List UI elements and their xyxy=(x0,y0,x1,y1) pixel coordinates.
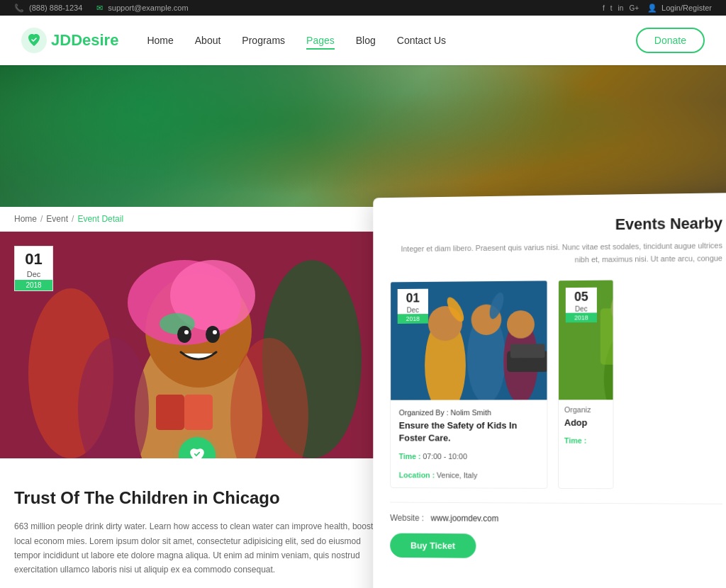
svg-point-23 xyxy=(507,310,535,339)
phone-info: 📞 (888) 888-1234 xyxy=(14,4,82,13)
event-card-2-organizer: Organiz xyxy=(564,405,608,414)
user-icon: 👤 xyxy=(647,4,657,12)
event-card-1-time: Time : 07:00 - 10:00 xyxy=(399,452,467,460)
email-info: ✉ support@example.com xyxy=(96,4,188,13)
website-value: www.joomdev.com xyxy=(431,513,499,523)
card1-day: 01 xyxy=(398,289,428,307)
date-month: Dec xyxy=(15,270,52,280)
breadcrumb: Home / Event / Event Detail xyxy=(0,207,393,232)
svg-point-9 xyxy=(177,326,191,343)
event-image: 01 Dec 2018 xyxy=(0,232,393,458)
card2-month: Dec xyxy=(566,305,597,313)
nav-about[interactable]: About xyxy=(195,35,221,46)
hero-image xyxy=(0,65,726,207)
event-title: Trust Of The Children in Chicago xyxy=(14,487,379,509)
svg-rect-16 xyxy=(184,395,213,430)
social-links: f t in G+ xyxy=(603,4,639,12)
donate-button[interactable]: Donate xyxy=(636,28,705,53)
event-card-2-name: Adop xyxy=(564,417,608,429)
buy-ticket-button[interactable]: Buy Ticket xyxy=(390,533,476,558)
event-card-2-meta: Time : xyxy=(564,436,608,445)
event-card-2: 05 Dec 2018 Organiz Adop Time : xyxy=(558,280,613,489)
event-description: 663 million people drink dirty water. Le… xyxy=(14,519,379,577)
event-card-1: 01 Dec 2018 Organized By : Nolim Smith E… xyxy=(390,281,547,489)
breadcrumb-sep2: / xyxy=(72,214,74,224)
left-panel: Home / Event / Event Detail xyxy=(0,207,393,588)
hero-overlay xyxy=(0,65,726,207)
event-image-background xyxy=(0,232,393,458)
event-info: Trust Of The Children in Chicago 663 mil… xyxy=(0,458,393,588)
event-card-1-name: Ensure the Safety of Kids In Foster Care… xyxy=(399,419,539,445)
svg-rect-30 xyxy=(601,308,613,365)
event-card-1-image: 01 Dec 2018 xyxy=(391,281,547,400)
svg-point-10 xyxy=(206,326,220,343)
breadcrumb-home[interactable]: Home xyxy=(14,214,37,224)
event-photo xyxy=(0,232,393,458)
instagram-icon[interactable]: in xyxy=(618,4,624,12)
svg-point-11 xyxy=(184,330,189,334)
nav-pages[interactable]: Pages xyxy=(306,35,335,46)
event-card-1-organizer: Organized By : Nolim Smith xyxy=(399,408,539,417)
svg-rect-15 xyxy=(156,395,184,430)
logo-text: JDDesire xyxy=(51,31,118,50)
login-label: Login/Register xyxy=(661,4,712,12)
breadcrumb-current: Event Detail xyxy=(77,214,123,224)
right-panel: Events Nearby Integer et diam libero. Pr… xyxy=(373,193,726,588)
event-card-2-date: 05 Dec 2018 xyxy=(566,288,597,323)
breadcrumb-sep1: / xyxy=(40,214,43,224)
twitter-icon[interactable]: t xyxy=(610,4,613,12)
top-bar-right: f t in G+ 👤 Login/Register xyxy=(603,4,712,13)
event-card-2-time: Time : xyxy=(564,436,587,445)
nav-programs[interactable]: Programs xyxy=(242,35,285,46)
website-row: Website : www.joomdev.com xyxy=(390,513,722,525)
svg-point-12 xyxy=(213,330,217,334)
facebook-icon[interactable]: f xyxy=(603,4,605,12)
phone-icon: 📞 xyxy=(14,4,24,12)
event-cards: 01 Dec 2018 Organized By : Nolim Smith E… xyxy=(390,278,722,489)
event-card-1-location: Location : Venice, Italy xyxy=(399,470,478,479)
card1-year: 2018 xyxy=(398,314,428,324)
card2-year: 2018 xyxy=(566,313,597,323)
nav: Home About Programs Pages Blog Contact U… xyxy=(147,35,635,46)
nav-blog[interactable]: Blog xyxy=(356,35,376,46)
card1-month: Dec xyxy=(398,306,428,314)
top-bar: 📞 (888) 888-1234 ✉ support@example.com f… xyxy=(0,0,726,16)
website-label: Website : xyxy=(390,513,424,523)
event-card-1-meta: Time : 07:00 - 10:00 Location : Venice, … xyxy=(399,452,539,480)
event-card-1-date: 01 Dec 2018 xyxy=(398,289,428,324)
email-icon: ✉ xyxy=(96,4,103,12)
breadcrumb-event[interactable]: Event xyxy=(46,214,68,224)
event-card-1-body: Organized By : Nolim Smith Ensure the Sa… xyxy=(391,400,547,488)
top-bar-left: 📞 (888) 888-1234 ✉ support@example.com xyxy=(14,4,189,13)
nav-contact[interactable]: Contact Us xyxy=(397,35,446,46)
login-register-link[interactable]: 👤 Login/Register xyxy=(647,4,712,13)
logo-icon xyxy=(21,28,47,53)
event-date-badge: 01 Dec 2018 xyxy=(14,246,53,291)
googleplus-icon[interactable]: G+ xyxy=(629,4,639,12)
date-day: 01 xyxy=(15,247,52,270)
header: JDDesire Home About Programs Pages Blog … xyxy=(0,16,726,65)
event-card-2-image: 05 Dec 2018 xyxy=(559,281,613,400)
nav-home[interactable]: Home xyxy=(147,35,173,46)
right-panel-bottom: Website : www.joomdev.com Buy Ticket xyxy=(390,502,722,560)
nearby-description: Integer et diam libero. Praesent quis va… xyxy=(390,239,722,268)
logo[interactable]: JDDesire xyxy=(21,28,118,53)
svg-rect-27 xyxy=(510,344,545,358)
event-card-2-body: Organiz Adop Time : xyxy=(559,400,613,451)
phone-number: (888) 888-1234 xyxy=(29,4,82,12)
heart-icon xyxy=(188,446,206,458)
nearby-title: Events Nearby xyxy=(390,214,722,236)
main-content: Home / Event / Event Detail xyxy=(0,207,726,588)
email-address: support@example.com xyxy=(108,4,188,12)
card2-day: 05 xyxy=(566,288,597,305)
date-year: 2018 xyxy=(15,280,52,290)
